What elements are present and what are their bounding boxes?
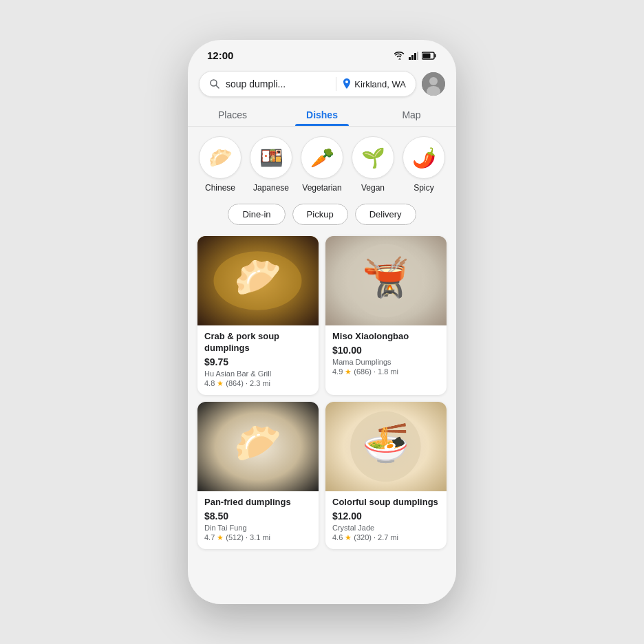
dine-in-button[interactable]: Dine-in <box>228 204 285 225</box>
tabs-container: Places Dishes Map <box>188 103 456 127</box>
dish-name-4: Colorful soup dumplings <box>332 497 440 508</box>
japanese-label: Japanese <box>253 183 289 193</box>
svg-rect-0 <box>409 57 411 60</box>
svg-text:🫕: 🫕 <box>362 255 410 300</box>
avatar[interactable] <box>422 72 445 96</box>
star-icon-3: ★ <box>217 533 224 542</box>
dish-distance-4: 2.7 mi <box>378 533 398 541</box>
svg-rect-2 <box>414 53 416 60</box>
dish-image-4: 🍜 <box>325 402 447 491</box>
svg-text:🥟: 🥟 <box>234 420 282 466</box>
filter-chip-spicy[interactable]: 🌶️ Spicy <box>402 136 445 193</box>
dish-rating-4: 4.6 <box>332 533 343 541</box>
dish-rating-2: 4.9 <box>332 367 343 376</box>
dish-meta-2: 4.9 ★ (686) · 1.8 mi <box>332 367 440 376</box>
search-bar[interactable]: soup dumpli... Kirkland, WA <box>199 71 416 97</box>
dish-restaurant-3: Din Tai Fung <box>204 524 312 532</box>
dish-reviews-3: (512) <box>226 533 244 541</box>
dish-restaurant-1: Hu Asian Bar & Grill <box>204 369 312 378</box>
svg-rect-3 <box>417 52 418 60</box>
dish-price-3: $8.50 <box>204 511 312 522</box>
search-icon <box>209 78 220 89</box>
dish-name-3: Pan-fried dumplings <box>204 497 312 508</box>
star-icon-1: ★ <box>217 379 224 388</box>
location-text: Kirkland, WA <box>354 79 406 89</box>
tab-dishes[interactable]: Dishes <box>277 103 367 126</box>
svg-text:🥟: 🥟 <box>234 255 282 300</box>
dish-meta-3: 4.7 ★ (512) · 3.1 mi <box>204 533 312 542</box>
filter-chip-japanese[interactable]: 🍱 Japanese <box>250 136 292 193</box>
svg-point-13 <box>213 251 301 310</box>
dish-image-2: 🫕 <box>325 236 447 325</box>
dish-image-1: 🥟 <box>197 236 319 325</box>
chinese-icon: 🥟 <box>199 136 242 179</box>
dish-info-2: Miso Xiaolongbao $10.00 Mama Dumplings 4… <box>325 325 447 383</box>
dish-meta-4: 4.6 ★ (320) · 2.7 mi <box>332 533 440 542</box>
vegetarian-icon: 🥕 <box>301 136 343 179</box>
status-time: 12:00 <box>207 50 233 61</box>
svg-rect-6 <box>423 53 431 58</box>
avatar-image <box>422 72 445 96</box>
svg-rect-1 <box>411 55 414 60</box>
dish-card-4[interactable]: 🍜 Colorful soup dumplings $12.00 Crystal… <box>325 402 447 549</box>
dish-reviews-4: (320) <box>354 533 372 541</box>
dish-info-1: Crab & pork soup dumplings $9.75 Hu Asia… <box>197 325 319 395</box>
vegan-label: Vegan <box>361 183 385 193</box>
dish-info-3: Pan-fried dumplings $8.50 Din Tai Fung 4… <box>197 491 319 549</box>
svg-rect-5 <box>435 54 436 57</box>
svg-text:🍜: 🍜 <box>362 420 410 466</box>
dish-reviews-1: (864) <box>226 379 244 387</box>
dish-restaurant-4: Crystal Jade <box>332 524 440 532</box>
dish-card-2[interactable]: 🫕 Miso Xiaolongbao $10.00 Mama Dumplings… <box>325 236 447 395</box>
location-part: Kirkland, WA <box>342 78 406 89</box>
vegetarian-label: Vegetarian <box>302 183 341 193</box>
chinese-label: Chinese <box>205 183 235 193</box>
filter-chips: 🥟 Chinese 🍱 Japanese 🥕 Vegetarian 🌱 Vega… <box>188 127 456 198</box>
dish-price-4: $12.00 <box>332 511 440 522</box>
search-bar-container: soup dumpli... Kirkland, WA <box>188 67 456 103</box>
content-area: 🥟 Chinese 🍱 Japanese 🥕 Vegetarian 🌱 Vega… <box>188 127 456 604</box>
filter-chip-vegetarian[interactable]: 🥕 Vegetarian <box>301 136 343 193</box>
dot-2: · <box>374 367 376 376</box>
spicy-label: Spicy <box>414 183 433 193</box>
dish-card-3[interactable]: 🥟 Pan-fried dumplings $8.50 Din Tai Fung… <box>197 402 319 549</box>
dish-distance-3: 3.1 mi <box>250 533 270 541</box>
star-icon-4: ★ <box>345 533 352 542</box>
signal-icon <box>409 52 418 60</box>
delivery-button[interactable]: Delivery <box>355 204 416 225</box>
location-pin-icon <box>342 78 352 89</box>
japanese-icon: 🍱 <box>250 136 292 179</box>
wifi-icon <box>394 52 405 60</box>
dish-distance-1: 2.3 mi <box>250 379 270 387</box>
pickup-button[interactable]: Pickup <box>292 204 348 225</box>
vegan-icon: 🌱 <box>352 136 394 179</box>
dot-3: · <box>246 533 248 541</box>
battery-icon <box>422 52 437 60</box>
dish-rating-3: 4.7 <box>204 533 215 541</box>
dish-meta-1: 4.8 ★ (864) · 2.3 mi <box>204 379 312 388</box>
search-query: soup dumpli... <box>226 78 330 89</box>
filter-chip-chinese[interactable]: 🥟 Chinese <box>199 136 242 193</box>
star-icon-2: ★ <box>345 367 352 376</box>
tab-places[interactable]: Places <box>188 103 277 126</box>
filter-chip-vegan[interactable]: 🌱 Vegan <box>352 136 394 193</box>
dish-rating-1: 4.8 <box>204 379 215 387</box>
svg-point-16 <box>349 244 422 318</box>
dish-name-1: Crab & pork soup dumplings <box>204 331 312 354</box>
phone-frame: 12:00 <box>188 40 456 604</box>
dish-price-2: $10.00 <box>332 345 440 356</box>
spicy-icon: 🌶️ <box>402 136 445 179</box>
dish-restaurant-2: Mama Dumplings <box>332 358 440 366</box>
dish-reviews-2: (686) <box>354 367 372 376</box>
status-bar: 12:00 <box>188 40 456 67</box>
search-divider <box>336 77 336 91</box>
service-filters: Dine-in Pickup Delivery <box>188 198 456 233</box>
dish-distance-2: 1.8 mi <box>378 367 398 376</box>
tab-map[interactable]: Map <box>367 103 456 126</box>
dot-1: · <box>246 379 248 387</box>
dishes-grid: 🥟 Crab & pork soup dumplings $9.75 Hu As… <box>188 233 456 559</box>
dish-price-1: $9.75 <box>204 356 312 367</box>
dot-4: · <box>374 533 376 541</box>
dish-card-1[interactable]: 🥟 Crab & pork soup dumplings $9.75 Hu As… <box>197 236 319 395</box>
svg-line-8 <box>216 85 219 88</box>
